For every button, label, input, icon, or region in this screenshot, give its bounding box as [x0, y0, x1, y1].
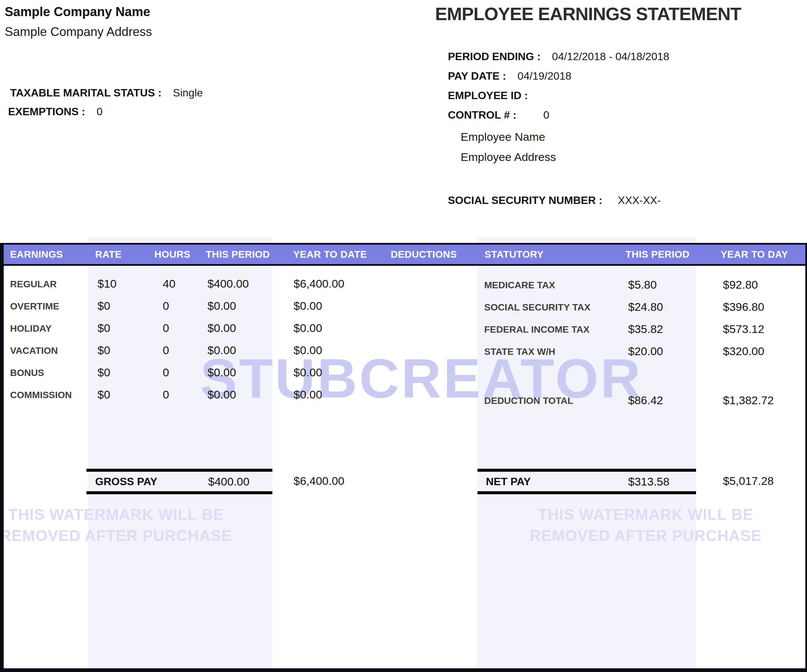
- header-this-period: THIS PERIOD: [206, 245, 270, 264]
- deduction-total-row: DEDUCTION TOTAL $86.42 $1,382.72: [0, 394, 807, 409]
- pay-stub-document: STUBCREATOR THIS WATERMARK WILL BE REMOV…: [0, 0, 807, 672]
- header-rate: RATE: [95, 245, 122, 264]
- employee-id-label: EMPLOYEE ID :: [448, 89, 528, 102]
- earnings-row-bonus: BONUS $0 0 $0.00 $0.00: [0, 366, 807, 381]
- statutory-this-period: $24.80: [628, 300, 663, 313]
- period-ending-row: PERIOD ENDING : 04/12/2018 - 04/18/2018: [448, 50, 669, 63]
- earnings-this-period: $0.00: [208, 366, 236, 379]
- statutory-this-period: $20.00: [628, 345, 663, 358]
- statutory-ytd: $573.12: [723, 323, 764, 336]
- earnings-ytd: $0.00: [294, 366, 322, 379]
- header-year-to-date: YEAR TO DATE: [293, 245, 367, 264]
- gross-pay-label: GROSS PAY: [95, 472, 158, 491]
- net-pay-this-period: $313.58: [628, 472, 669, 491]
- statutory-label: MEDICARE TAX: [484, 280, 555, 291]
- employee-name: Employee Name: [461, 131, 545, 144]
- header-hours: HOURS: [154, 245, 190, 264]
- header-earnings: EARNINGS: [10, 245, 63, 264]
- statutory-this-period: $35.82: [628, 323, 663, 336]
- statutory-row-social-security: SOCIAL SECURITY TAX $24.80 $396.80: [0, 300, 807, 316]
- gross-pay-box: GROSS PAY $400.00: [86, 469, 272, 494]
- ssn-row: SOCIAL SECURITY NUMBER : XXX-XX-: [448, 194, 661, 207]
- exemptions-label: EXEMPTIONS :: [8, 106, 85, 118]
- pay-date-label: PAY DATE :: [448, 70, 506, 82]
- ssn-label: SOCIAL SECURITY NUMBER :: [448, 194, 602, 207]
- pay-date-value: 04/19/2018: [518, 70, 571, 82]
- net-pay-box: NET PAY $313.58: [477, 469, 696, 494]
- earnings-label: BONUS: [10, 367, 44, 378]
- employee-address: Employee Address: [461, 151, 556, 164]
- header-year-to-day: YEAR TO DAY: [721, 245, 788, 264]
- marital-status-row: TAXABLE MARITAL STATUS : Single: [10, 87, 203, 99]
- net-pay-ytd: $5,017.28: [723, 475, 774, 488]
- gross-pay-ytd: $6,400.00: [294, 475, 344, 488]
- statutory-ytd: $396.80: [723, 300, 764, 313]
- notice-line-1: THIS WATERMARK WILL BE: [0, 504, 234, 525]
- exemptions-row: EXEMPTIONS : 0: [8, 106, 103, 118]
- statutory-label: FEDERAL INCOME TAX: [484, 324, 589, 335]
- statutory-label: STATE TAX W/H: [484, 346, 556, 357]
- control-number-value: 0: [543, 109, 550, 121]
- header-this-period-right: THIS PERIOD: [626, 245, 690, 264]
- pay-date-row: PAY DATE : 04/19/2018: [448, 70, 571, 82]
- deduction-total-this-period: $86.42: [628, 394, 663, 407]
- marital-status-value: Single: [173, 87, 203, 99]
- notice-line-2: REMOVED AFTER PURCHASE: [0, 525, 234, 546]
- period-ending-label: PERIOD ENDING :: [448, 50, 541, 63]
- ssn-value: XXX-XX-: [618, 194, 661, 207]
- period-ending-value: 04/12/2018 - 04/18/2018: [552, 50, 669, 63]
- marital-status-label: TAXABLE MARITAL STATUS :: [10, 87, 161, 99]
- control-number-row: CONTROL # : 0: [448, 109, 550, 121]
- company-address: Sample Company Address: [5, 25, 152, 39]
- deduction-total-ytd: $1,382.72: [723, 394, 774, 407]
- purchase-notice-watermark-right: THIS WATERMARK WILL BE REMOVED AFTER PUR…: [528, 504, 763, 546]
- exemptions-value: 0: [96, 106, 103, 118]
- earnings-hours: 0: [163, 366, 169, 379]
- earnings-rate: $0: [98, 366, 110, 379]
- statutory-ytd: $92.80: [723, 278, 758, 291]
- purchase-notice-watermark-left: THIS WATERMARK WILL BE REMOVED AFTER PUR…: [0, 504, 234, 546]
- table-header-bar: EARNINGS RATE HOURS THIS PERIOD YEAR TO …: [0, 243, 807, 266]
- header-statutory: STATUTORY: [485, 245, 544, 264]
- statutory-ytd: $320.00: [723, 345, 764, 358]
- company-name: Sample Company Name: [5, 5, 150, 19]
- statutory-row-federal-income: FEDERAL INCOME TAX $35.82 $573.12: [0, 323, 807, 338]
- employee-id-row: EMPLOYEE ID :: [448, 89, 540, 102]
- gross-pay-this-period: $400.00: [208, 472, 249, 491]
- statutory-row-medicare: MEDICARE TAX $5.80 $92.80: [0, 278, 807, 294]
- statutory-row-state-tax: STATE TAX W/H $20.00 $320.00: [0, 345, 807, 360]
- net-pay-label: NET PAY: [486, 472, 531, 491]
- notice-line-2: REMOVED AFTER PURCHASE: [528, 525, 763, 546]
- deduction-total-label: DEDUCTION TOTAL: [484, 396, 573, 406]
- control-number-label: CONTROL # :: [448, 109, 516, 121]
- statutory-label: SOCIAL SECURITY TAX: [484, 302, 590, 313]
- notice-line-1: THIS WATERMARK WILL BE: [528, 504, 763, 525]
- header-deductions: DEDUCTIONS: [391, 245, 457, 264]
- statutory-this-period: $5.80: [628, 278, 657, 291]
- statement-title: EMPLOYEE EARNINGS STATEMENT: [435, 3, 741, 24]
